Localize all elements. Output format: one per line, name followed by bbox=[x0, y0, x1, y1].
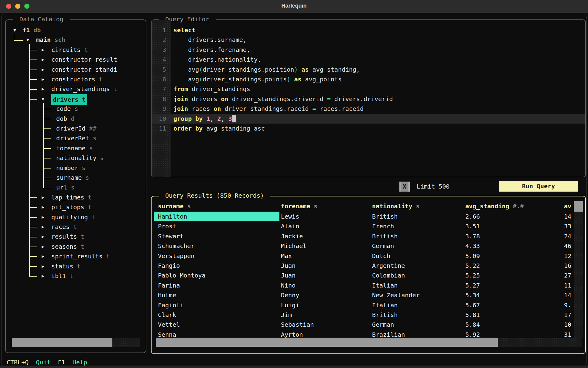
tree-item-lap_times[interactable]: ▶lap_times t bbox=[6, 193, 145, 202]
chevron-right-icon[interactable]: ▶ bbox=[42, 55, 44, 64]
table-cell[interactable]: Jackie bbox=[281, 231, 303, 241]
table-cell[interactable]: Juan bbox=[281, 261, 296, 271]
tree-item-surname[interactable]: surname s bbox=[6, 173, 145, 182]
table-cell[interactable]: 16 bbox=[564, 261, 571, 271]
table-cell[interactable]: Max bbox=[281, 251, 292, 261]
table-cell[interactable]: French bbox=[372, 221, 394, 231]
footer-action-quit[interactable]: Quit bbox=[29, 359, 50, 366]
chevron-right-icon[interactable]: ▶ bbox=[42, 232, 44, 241]
results-hscrollbar-track[interactable] bbox=[156, 338, 582, 347]
table-cell[interactable]: 33 bbox=[564, 221, 571, 231]
chevron-right-icon[interactable]: ▶ bbox=[42, 202, 44, 212]
tree-item-seasons[interactable]: ▶seasons t bbox=[6, 242, 145, 251]
table-row[interactable]: ProstAlainFrench3.5133 bbox=[152, 221, 573, 231]
tree-item-tbl1[interactable]: ▶tbl1 t bbox=[6, 271, 145, 281]
table-cell[interactable]: British bbox=[372, 212, 398, 221]
tree-item-forename[interactable]: forename s bbox=[6, 143, 145, 153]
tree-item-url[interactable]: url s bbox=[6, 182, 145, 192]
table-cell[interactable]: 14 bbox=[564, 212, 571, 221]
code-line-4[interactable]: 4 drivers.nationality, bbox=[152, 55, 585, 64]
chevron-right-icon[interactable]: ▶ bbox=[42, 271, 44, 281]
chevron-right-icon[interactable]: ▶ bbox=[42, 84, 44, 94]
code-line-7[interactable]: 7from driver_standings bbox=[152, 84, 585, 94]
column-header-forename[interactable]: forename s bbox=[281, 201, 317, 211]
tree-item-driverRef[interactable]: driverRef s bbox=[6, 133, 145, 143]
chevron-right-icon[interactable]: ▶ bbox=[42, 222, 44, 232]
table-cell[interactable]: 5.22 bbox=[465, 261, 480, 271]
tree-item-nationality[interactable]: nationality s bbox=[6, 153, 145, 163]
tree-item-sprint_results[interactable]: ▶sprint_results t bbox=[6, 251, 145, 261]
table-cell[interactable]: Nino bbox=[281, 281, 296, 290]
table-cell[interactable]: Michael bbox=[281, 241, 306, 251]
table-row[interactable]: HulmeDennyNew Zealander5.3414 bbox=[152, 290, 573, 300]
table-cell[interactable]: British bbox=[372, 231, 398, 241]
column-header-surname[interactable]: surname s bbox=[158, 201, 191, 211]
catalog-tree[interactable]: ▼f1 db▼main sch▶circuits t▶constructor_r… bbox=[6, 25, 146, 340]
tree-item-dob[interactable]: dob d bbox=[6, 114, 145, 124]
tree-item-main[interactable]: ▼main sch bbox=[6, 35, 145, 45]
table-cell[interactable]: German bbox=[372, 320, 394, 329]
column-header-nationality[interactable]: nationality s bbox=[372, 201, 420, 211]
footer-key[interactable]: CTRL+Q bbox=[7, 359, 29, 366]
table-cell[interactable]: Hulme bbox=[158, 290, 176, 300]
tree-item-number[interactable]: number s bbox=[6, 163, 145, 173]
tree-item-constructor_standi[interactable]: ▶constructor_standi bbox=[6, 65, 145, 74]
table-cell[interactable]: 5.67 bbox=[465, 300, 480, 310]
code-line-10[interactable]: 10group by 1, 2, 3 bbox=[152, 114, 585, 124]
table-row[interactable]: SchumacherMichaelGerman4.3346 bbox=[152, 241, 573, 251]
table-cell[interactable]: 5.27 bbox=[465, 281, 480, 290]
chevron-right-icon[interactable]: ▶ bbox=[42, 193, 44, 202]
table-cell[interactable]: 3.78 bbox=[465, 231, 480, 241]
table-cell[interactable]: Dutch bbox=[372, 251, 390, 261]
table-cell[interactable]: 4.33 bbox=[465, 241, 480, 251]
table-cell[interactable]: Clark bbox=[158, 310, 176, 320]
table-row[interactable]: StewartJackieBritish3.7824 bbox=[152, 231, 573, 241]
table-cell[interactable]: 46 bbox=[564, 241, 571, 251]
code-line-2[interactable]: 2 drivers.surname, bbox=[152, 35, 585, 45]
table-cell[interactable]: 5.81 bbox=[465, 310, 480, 320]
tree-item-status[interactable]: ▶status t bbox=[6, 261, 145, 271]
code-line-8[interactable]: 8join drivers on driver_standings.driver… bbox=[152, 94, 585, 104]
table-cell[interactable]: 11 bbox=[564, 281, 571, 290]
tree-item-code[interactable]: code s bbox=[6, 104, 145, 114]
code-line-11[interactable]: 11order by avg_standing asc bbox=[152, 124, 585, 133]
table-cell[interactable]: 17 bbox=[564, 310, 571, 320]
table-cell[interactable]: Italian bbox=[372, 300, 398, 310]
tree-item-races[interactable]: ▶races t bbox=[6, 222, 145, 232]
table-cell[interactable]: Denny bbox=[281, 290, 299, 300]
table-cell[interactable]: Prost bbox=[158, 221, 176, 231]
table-cell[interactable]: 5.34 bbox=[465, 290, 480, 300]
run-query-button[interactable]: Run Query bbox=[499, 181, 578, 192]
selected-cell[interactable]: Hamilton bbox=[154, 212, 279, 221]
chevron-down-icon[interactable]: ▼ bbox=[26, 35, 29, 45]
catalog-hscrollbar-thumb[interactable] bbox=[12, 338, 112, 347]
tree-item-pit_stops[interactable]: ▶pit_stops t bbox=[6, 202, 145, 212]
code-line-6[interactable]: 6 avg(driver_standings.points) as avg_po… bbox=[152, 74, 585, 84]
table-cell[interactable]: German bbox=[372, 241, 394, 251]
table-cell[interactable]: Juan bbox=[281, 271, 296, 280]
table-row[interactable]: FagioliLuigiItalian5.679. bbox=[152, 300, 573, 310]
table-cell[interactable]: 10 bbox=[564, 320, 571, 329]
table-cell[interactable]: 12 bbox=[564, 251, 571, 261]
tree-item-f1[interactable]: ▼f1 db bbox=[6, 25, 145, 35]
results-body[interactable]: HamiltonLewisBritish2.6614ProstAlainFren… bbox=[152, 212, 585, 338]
table-cell[interactable]: 5.25 bbox=[465, 271, 480, 280]
table-cell[interactable]: Fangio bbox=[158, 261, 180, 271]
code-line-3[interactable]: 3 drivers.forename, bbox=[152, 45, 585, 55]
results-hscrollbar-thumb[interactable] bbox=[156, 338, 498, 347]
table-cell[interactable]: Verstappen bbox=[158, 251, 194, 261]
table-row[interactable]: FangioJuanArgentine5.2216 bbox=[152, 261, 573, 271]
tree-item-qualifying[interactable]: ▶qualifying t bbox=[6, 212, 145, 222]
footer-action-help[interactable]: Help bbox=[65, 359, 87, 366]
table-cell[interactable]: Vettel bbox=[158, 320, 180, 329]
table-cell[interactable]: Fagioli bbox=[158, 300, 183, 310]
results-vscrollbar-track[interactable] bbox=[574, 201, 583, 338]
table-cell[interactable]: 2.66 bbox=[465, 212, 480, 221]
chevron-right-icon[interactable]: ▶ bbox=[42, 65, 44, 74]
limit-checkbox[interactable]: X bbox=[399, 182, 410, 192]
table-cell[interactable]: 9. bbox=[564, 300, 571, 310]
tree-item-constructors[interactable]: ▶constructors t bbox=[6, 74, 145, 84]
chevron-right-icon[interactable]: ▶ bbox=[42, 74, 44, 84]
table-cell[interactable]: 3.51 bbox=[465, 221, 480, 231]
code-line-9[interactable]: 9join races on driver_standings.raceid =… bbox=[152, 104, 585, 114]
